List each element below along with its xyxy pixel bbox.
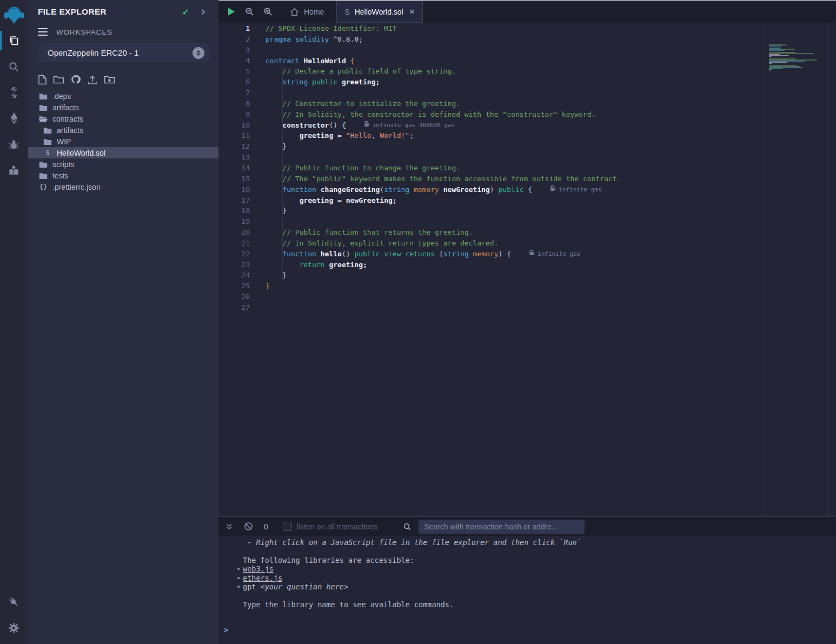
listen-transactions-checkbox[interactable] [283,522,292,531]
folder-icon [39,172,48,180]
activity-debugger[interactable] [0,131,28,157]
zoom-out-icon[interactable] [245,7,254,16]
github-icon[interactable] [70,74,81,85]
activity-search[interactable] [0,54,28,79]
panel-title: FILE EXPLORER [38,7,182,17]
code-line[interactable]: 6 string public greeting; [218,77,764,88]
activity-solidity-compiler[interactable] [0,79,28,105]
code-line[interactable]: 26 [218,291,764,302]
tree-item-.prettierrc.json[interactable]: {}.prettierrc.json [28,181,218,192]
line-number: 4 [218,56,266,67]
minimap-line [769,45,782,47]
code-line[interactable]: 3 [218,45,764,56]
terminal-search-input[interactable] [419,520,585,534]
tree-item-artifacts[interactable]: artifacts [28,102,218,113]
code-line[interactable]: 4contract HelloWorld { [218,56,764,67]
indent-guide [282,163,283,174]
code-line-content: // SPDX-License-Identifier: MIT [266,23,764,34]
tree-item-tests[interactable]: tests [28,170,218,181]
code-line[interactable]: 27 [218,302,764,313]
code-line[interactable]: 9 // In Solidity, the constructor is def… [218,109,764,120]
code-line-content: return greeting; [266,260,764,270]
new-file-icon[interactable] [38,75,47,85]
accept-check-icon[interactable]: ✓ [182,7,189,17]
code-line[interactable]: 13 [218,152,764,163]
workspace-select[interactable]: OpenZeppelin ERC20 - 1 [38,43,209,62]
bullet-icon: • [236,565,243,574]
upload-file-icon[interactable] [87,75,98,85]
line-number: 9 [218,109,266,120]
terminal-line: - Right click on a JavaScript file in th… [243,538,836,547]
code-line[interactable]: 8 // Constructor to initialize the greet… [218,98,764,109]
tree-item-wip[interactable]: WIP [28,136,218,147]
upload-folder-icon[interactable] [104,75,115,84]
collapse-panel-chevron-icon[interactable] [199,8,207,16]
terminal-link-web3-js[interactable]: web3.js [243,565,274,573]
terminal-line-italic-hint: <your question here> [261,582,349,591]
code-line[interactable]: 11 greeting = "Hello, World!"; [218,130,764,141]
code-line-content: // The "public" keyword makes the functi… [266,174,764,184]
activity-file-explorer[interactable] [0,28,28,54]
code-line[interactable]: 10 constructor() {infinite gas 368600 ga… [218,120,764,131]
new-folder-icon[interactable] [53,75,64,84]
zoom-in-icon[interactable] [263,7,273,16]
code-editor[interactable]: 1// SPDX-License-Identifier: MIT2pragma … [218,23,836,516]
activity-bar [0,0,28,644]
terminal-line: •ethers.js [243,574,836,583]
indent-guide [282,66,283,77]
tree-item-artifacts[interactable]: artifacts [28,124,218,136]
gas-estimate-annotation: infinite gas [550,184,601,195]
indent-guide [282,249,283,260]
code-line[interactable]: 19 [218,216,764,227]
minimap-line [769,55,789,56]
scrollbar-track[interactable] [828,23,829,516]
terminal-prompt[interactable]: > [224,626,836,635]
code-line[interactable]: 1// SPDX-License-Identifier: MIT [218,23,764,34]
code-line[interactable]: 22 function hello() public view returns … [218,249,764,260]
file-explorer-header: FILE EXPLORER ✓ [28,0,218,24]
code-line[interactable]: 2pragma solidity ^0.8.0; [218,34,764,45]
tab-helloworld.sol[interactable]: SHelloWorld.sol× [336,1,422,23]
workspace-switch-icon[interactable] [193,47,204,59]
terminal-collapse-icon[interactable] [225,522,234,531]
line-number: 8 [218,98,266,109]
code-line[interactable]: 7 [218,88,764,98]
tree-item-contracts[interactable]: contracts [28,113,218,124]
code-line[interactable]: 12 } [218,141,764,152]
minimap[interactable] [769,44,823,74]
activity-deploy-run[interactable] [0,105,28,131]
code-line[interactable]: 23 return greeting; [218,260,764,270]
code-line[interactable]: 16 function changeGreeting(string memory… [218,184,764,195]
tab-label: Home [304,8,324,16]
run-script-icon[interactable] [227,7,236,16]
tab-home[interactable]: Home [282,1,332,23]
tree-item-helloworld.sol[interactable]: SHelloWorld.sol [28,147,218,158]
workspaces-label: WORKSPACES [56,28,112,36]
file-toolbar [28,73,218,86]
terminal-panel: 0 listen on all transactions interface -… [218,516,836,644]
line-number: 26 [218,291,266,302]
code-line-content [266,152,764,163]
code-line[interactable]: 15 // The "public" keyword makes the fun… [218,174,764,184]
code-line[interactable]: 20 // Public function that returns the g… [218,227,764,238]
activity-learneth[interactable] [0,157,28,183]
clear-console-icon[interactable] [244,522,253,531]
code-line[interactable]: 14 // Public function to change the gree… [218,163,764,174]
code-line-content: // Constructor to initialize the greetin… [266,98,764,109]
activity-settings[interactable] [0,615,28,641]
code-line[interactable]: 18 } [218,205,764,216]
remix-logo-icon[interactable] [2,3,26,28]
code-line[interactable]: 21 // In Solidity, explicit return types… [218,238,764,249]
tree-item-label: .prettierrc.json [52,183,101,191]
terminal-link-ethers-js[interactable]: ethers.js [243,574,282,582]
workspaces-row: WORKSPACES [28,25,218,39]
workspaces-menu-icon[interactable] [38,28,48,36]
code-line[interactable]: 24 } [218,270,764,281]
close-tab-icon[interactable]: × [409,7,415,16]
activity-plugin-manager[interactable] [0,589,28,615]
code-line[interactable]: 5 // Declare a public field of type stri… [218,66,764,77]
tree-item-.deps[interactable]: .deps [28,90,218,102]
code-line[interactable]: 17 greeting = newGreeting; [218,195,764,206]
code-line[interactable]: 25} [218,281,764,291]
tree-item-scripts[interactable]: scripts [28,158,218,170]
